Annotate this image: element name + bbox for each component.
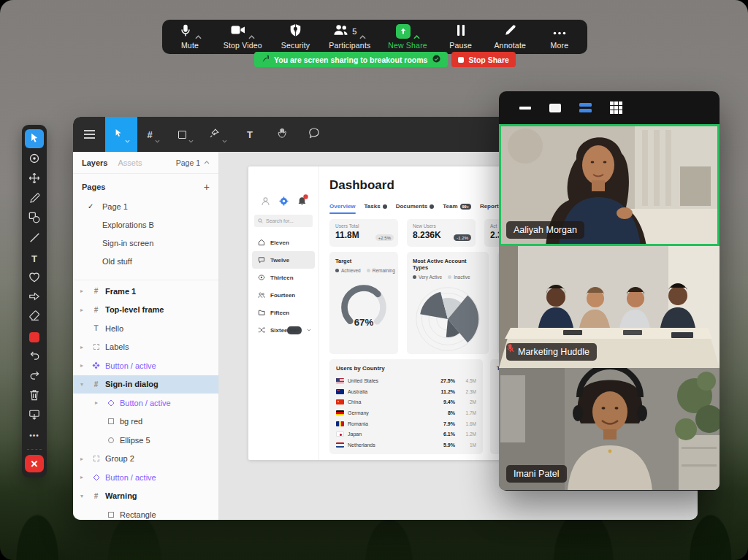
shapes-tool-button[interactable] <box>25 211 44 227</box>
page-item[interactable]: Explorations B <box>73 215 218 234</box>
chevron-up-icon[interactable] <box>359 29 366 34</box>
layer-row[interactable]: Rectangle <box>73 505 218 520</box>
participants-button[interactable]: 5 Participants <box>329 24 370 50</box>
chevron-down-icon[interactable]: ▾ <box>80 381 83 388</box>
eraser-tool-button[interactable] <box>25 310 44 326</box>
video-tile-imani-patel[interactable]: Imani Patel <box>499 368 720 490</box>
annotate-button[interactable]: Annotate <box>494 24 526 50</box>
save-annotation-button[interactable] <box>25 408 44 424</box>
layer-row-selected[interactable]: ▾#Sign-in dialog <box>73 375 218 394</box>
page-item[interactable]: Sign-in screen <box>73 234 218 252</box>
pause-share-button[interactable]: Pause <box>445 24 477 50</box>
video-tile-marketing-huddle[interactable]: Marketing Huddle <box>499 246 720 368</box>
layer-row[interactable]: ▸Button / active <box>73 394 218 413</box>
component-icon <box>91 361 101 369</box>
move-tool-button[interactable] <box>25 172 44 188</box>
layer-row[interactable]: ▸#Top-level frame <box>73 301 218 320</box>
line-tool-button[interactable] <box>25 231 44 247</box>
layer-row[interactable]: ▸Button / active <box>73 356 218 375</box>
layer-row[interactable]: THello <box>73 319 218 338</box>
home-icon <box>258 239 265 246</box>
spotlight-tool-button[interactable] <box>25 152 44 168</box>
move-tool-button[interactable] <box>105 117 137 152</box>
hand-tool-button[interactable] <box>266 117 298 152</box>
close-annotation-button[interactable]: ✕ <box>25 455 44 472</box>
chevron-down-icon <box>307 329 311 331</box>
chevron-right-icon[interactable]: ▸ <box>95 399 98 406</box>
flag-japan <box>336 431 344 437</box>
tab-assets[interactable]: Assets <box>118 158 142 167</box>
page-item[interactable]: Old stuff <box>73 252 218 270</box>
screen: Mute Stop Video Security 5 Participants <box>0 0 748 560</box>
page-selector[interactable]: Page 1 <box>176 158 210 167</box>
check-circle-icon[interactable] <box>432 55 440 64</box>
ellipsis-icon: ••• <box>29 432 39 440</box>
chevron-right-icon[interactable]: ▸ <box>80 307 83 313</box>
gallery-view-button[interactable] <box>610 101 622 114</box>
comment-tool-button[interactable] <box>298 117 330 152</box>
layer-row[interactable]: Ellipse 5 <box>73 431 218 450</box>
layers-panel: Layers Assets Page 1 Pages + ✓Page 1 Exp… <box>73 152 219 520</box>
instance-icon <box>91 474 101 481</box>
trash-icon <box>29 389 39 404</box>
video-tile-aaliyah-morgan[interactable]: Aaliyah Morgan <box>499 124 720 246</box>
add-page-button[interactable]: + <box>204 182 210 192</box>
layer-row[interactable]: ▸Button / active <box>73 468 218 487</box>
frame-tool-button[interactable]: # <box>137 117 169 152</box>
layer-row[interactable]: ▾#Warning <box>73 487 218 506</box>
select-tool-button[interactable] <box>25 129 44 148</box>
annotation-more-button[interactable]: ••• <box>25 428 44 444</box>
share-screen-icon <box>396 24 411 39</box>
text-tool-icon: T <box>247 130 253 139</box>
tab-badge <box>383 204 387 209</box>
page-item[interactable]: ✓Page 1 <box>73 197 218 215</box>
account-types-card: Most Active Account Types Very Active In… <box>407 252 489 354</box>
chevron-right-icon[interactable]: ▸ <box>80 288 83 294</box>
shield-icon <box>289 23 302 40</box>
text-tool-button[interactable]: T <box>234 117 266 152</box>
layer-row[interactable]: ▸Group 2 <box>73 450 218 469</box>
frame-tool-icon: # <box>147 130 152 139</box>
main-menu-button[interactable] <box>73 130 105 139</box>
stop-share-button[interactable]: Stop Share <box>451 52 515 67</box>
country-row: United States27.5%4.5M <box>336 375 476 386</box>
new-share-button[interactable]: New Share <box>388 24 427 50</box>
pages-header: Pages + <box>73 177 218 197</box>
stamp-arrow-button[interactable] <box>25 290 44 306</box>
rectangle-tool-icon <box>178 131 186 139</box>
chevron-right-icon[interactable]: ▸ <box>80 344 83 350</box>
chevron-right-icon[interactable]: ▸ <box>80 456 83 462</box>
layer-row[interactable]: bg red <box>73 413 218 431</box>
chevron-up-icon[interactable] <box>248 29 255 34</box>
chevron-right-icon[interactable]: ▸ <box>80 362 83 369</box>
pen-tool-button[interactable] <box>202 117 234 152</box>
minimize-button[interactable] <box>519 107 531 110</box>
more-button[interactable]: More <box>543 24 576 50</box>
pencil-icon <box>504 24 516 39</box>
layer-row[interactable]: ▸#Frame 1 <box>73 282 218 301</box>
security-button[interactable]: Security <box>280 24 312 50</box>
redo-button[interactable] <box>25 369 44 385</box>
chevron-up-icon[interactable] <box>195 29 202 34</box>
chevron-up-icon[interactable] <box>413 29 420 34</box>
color-picker-button[interactable] <box>25 329 44 345</box>
chevron-right-icon[interactable]: ▸ <box>80 474 83 480</box>
text-tool-button[interactable]: T <box>25 250 44 266</box>
chevron-down-icon[interactable]: ▾ <box>80 493 83 499</box>
undo-button[interactable] <box>25 349 44 365</box>
draw-tool-button[interactable] <box>25 191 44 207</box>
fullscreen-button[interactable] <box>549 104 561 112</box>
shape-tool-button[interactable] <box>169 117 202 152</box>
folder-icon <box>258 309 265 316</box>
layer-row[interactable]: ▸Labels <box>73 338 218 357</box>
target-card: Target Achieved Remaining 67% <box>329 252 398 354</box>
stop-video-button[interactable]: Stop Video <box>224 24 262 50</box>
eye-icon <box>258 274 265 281</box>
stamp-heart-button[interactable] <box>25 270 44 286</box>
mute-button[interactable]: Mute <box>174 24 206 50</box>
speaker-view-button[interactable] <box>579 103 592 113</box>
clear-button[interactable] <box>25 388 44 404</box>
tab-layers[interactable]: Layers <box>82 158 107 167</box>
sidebar-item-eleven: Eleven <box>252 234 315 251</box>
sidebar-badge: 99+ <box>287 326 302 334</box>
